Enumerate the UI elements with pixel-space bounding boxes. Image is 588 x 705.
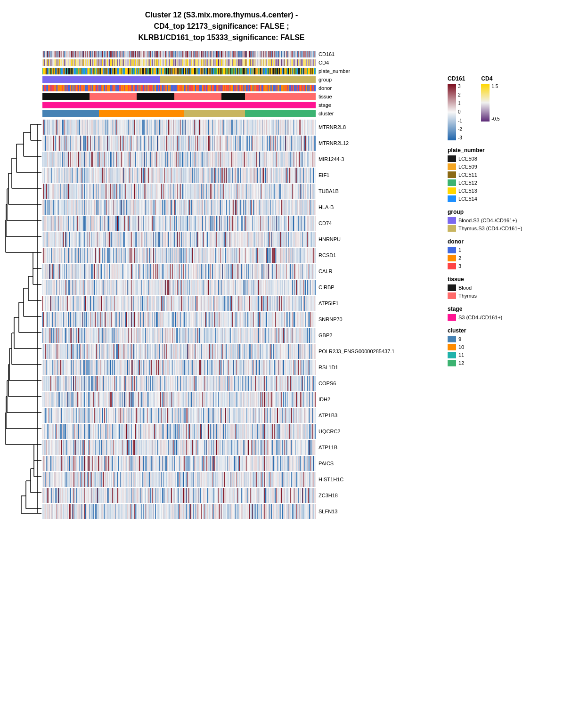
gene-label: PAICS <box>318 461 334 466</box>
legend-swatch <box>448 336 456 342</box>
legend-swatch <box>448 314 456 321</box>
gene-label: CALR <box>318 268 332 274</box>
legend-item-label: 10 <box>458 344 464 350</box>
heatmap-bar-UQCRC2 <box>42 424 316 439</box>
heatmap-bar-ATP1B3 <box>42 408 316 423</box>
legend-item: LCE513 <box>448 187 580 194</box>
donor-legend: donor 123 <box>448 238 580 269</box>
heatmap-bar-POLR2J3_ENSG00000285437.1 <box>42 344 316 359</box>
cluster-legend-title: cluster <box>448 327 580 334</box>
gene-label: MTRNR2L8 <box>318 124 346 130</box>
heatmap-row: CD74 <box>42 215 438 231</box>
heatmap-bar-ATP11B <box>42 440 316 455</box>
gene-label: EIF1 <box>318 172 329 178</box>
annotation-bars: CD161 CD4 plate_number <box>42 50 438 117</box>
heatmap-row: ATP1B3 <box>42 407 438 423</box>
gene-label: IDH2 <box>318 397 330 402</box>
legend-swatch <box>448 187 456 194</box>
heatmap-bar-ZC3H18 <box>42 488 316 503</box>
legend-item: LCE514 <box>448 195 580 202</box>
cd4-legend-title: CD4 <box>481 75 499 82</box>
cluster-bar <box>42 110 316 117</box>
heatmap-bar-CALR <box>42 264 316 279</box>
legend-item: Thymus <box>448 292 580 299</box>
gene-label: TUBA1B <box>318 188 339 194</box>
gene-label: HIST1H1C <box>318 477 343 482</box>
legend-item: LCE511 <box>448 171 580 178</box>
legend-swatch <box>448 360 456 366</box>
gene-label: SLFN13 <box>318 509 337 514</box>
annotation-row-cluster: cluster <box>42 110 438 117</box>
cd4-label: CD4 <box>318 60 329 65</box>
heatmap-bar-COPS6 <box>42 376 316 391</box>
plate-legend: plate_number LCE508LCE509LCE511LCE512LCE… <box>448 147 580 202</box>
heatmap-bar-EIF1 <box>42 168 316 183</box>
heatmap-row: EIF1 <box>42 167 438 183</box>
annotation-row-cd4: CD4 <box>42 59 438 66</box>
cd161-neg2: -2 <box>458 127 462 132</box>
cd161-1: 1 <box>458 101 462 106</box>
cd161-bar <box>42 51 316 57</box>
gene-label: ATP11B <box>318 445 337 450</box>
dendrogram-svg <box>5 116 42 521</box>
heatmap-bar-IDH2 <box>42 392 316 407</box>
heatmap-row: TUBA1B <box>42 183 438 199</box>
heatmap-bar-RSL1D1 <box>42 360 316 375</box>
cd4-bar <box>42 59 316 66</box>
legend-item: Blood <box>448 284 580 291</box>
heatmap-bar-CD74 <box>42 216 316 231</box>
gene-label: GBP2 <box>318 332 332 338</box>
tissue-legend-title: tissue <box>448 276 580 283</box>
legend-swatch <box>448 155 456 162</box>
gene-label: ATP5IF1 <box>318 300 339 306</box>
legend-swatch <box>448 217 456 224</box>
cluster-label: cluster <box>318 111 334 116</box>
title-line3: KLRB1/CD161_top 15333_significance: FALS… <box>138 33 304 41</box>
heatmap-row: RSL1D1 <box>42 359 438 375</box>
heatmap-bar-ATP5IF1 <box>42 296 316 311</box>
annotation-row-cd161: CD161 <box>42 50 438 58</box>
heatmap-row: MIR1244-3 <box>42 151 438 167</box>
legend-item-label: LCE512 <box>458 180 477 186</box>
donor-legend-title: donor <box>448 238 580 245</box>
legend-item-label: 11 <box>458 352 464 358</box>
cd161-max: 3 <box>458 84 462 89</box>
title-line1: Cluster 12 (S3.mix.more.thymus.4.center)… <box>145 11 298 19</box>
legend-item-label: 12 <box>458 360 464 366</box>
cd161-0: 0 <box>458 109 462 114</box>
heatmap-bar-RCSD1 <box>42 248 316 263</box>
legend-swatch <box>448 284 456 291</box>
gene-label: ATP1B3 <box>318 413 337 418</box>
title-area: Cluster 12 (S3.mix.more.thymus.4.center)… <box>5 9 438 43</box>
heatmap-bar-HNRNPU <box>42 232 316 247</box>
group-label: group <box>318 77 332 82</box>
main-container: Cluster 12 (S3.mix.more.thymus.4.center)… <box>0 0 588 533</box>
legend-swatch <box>448 247 456 253</box>
legend-item: 2 <box>448 255 580 261</box>
cd161-mid: 2 <box>458 92 462 97</box>
heatmap-row: ZC3H18 <box>42 487 438 503</box>
tissue-legend: tissue BloodThymus <box>448 276 580 299</box>
legend-item-label: 2 <box>458 255 461 261</box>
heatmap-row: MTRNR2L12 <box>42 135 438 151</box>
legend-swatch <box>448 344 456 350</box>
stage-legend: stage S3 (CD4-/CD161+) <box>448 306 580 321</box>
legend-swatch <box>448 171 456 178</box>
legend-item: LCE512 <box>448 179 580 186</box>
heatmap-bar-HIST1H1C <box>42 472 316 487</box>
heatmap-row: ATP11B <box>42 439 438 455</box>
cd161-legend: CD161 3 2 1 0 -1 -2 -3 <box>448 75 580 140</box>
legend-swatch <box>448 292 456 299</box>
heatmap-bar-TUBA1B <box>42 184 316 199</box>
gene-label: MIR1244-3 <box>318 156 344 162</box>
legend-item-label: LCE513 <box>458 188 477 194</box>
heatmap-row: UQCRC2 <box>42 423 438 439</box>
legend-item: 12 <box>448 360 580 366</box>
cd4-max: 1.5 <box>491 84 499 89</box>
plate-bar <box>42 68 316 74</box>
donor-label: donor <box>318 85 332 91</box>
heatmap-row: POLR2J3_ENSG00000285437.1 <box>42 343 438 359</box>
heatmap-row: PAICS <box>42 455 438 471</box>
gene-label: RSL1D1 <box>318 365 338 370</box>
legend-item-label: LCE511 <box>458 172 477 178</box>
